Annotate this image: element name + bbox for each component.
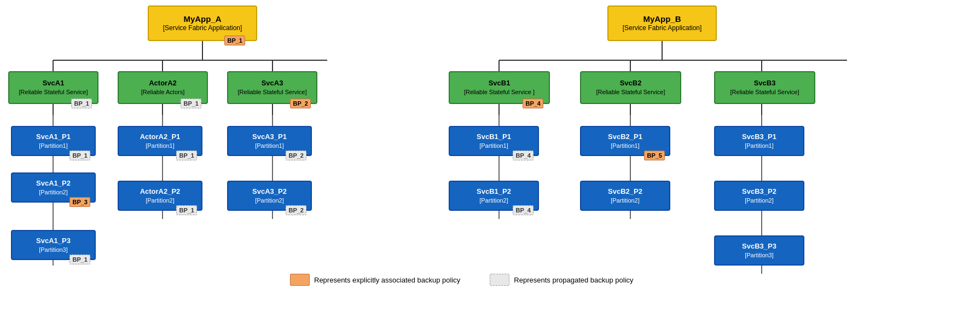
node-svcb3-p1: SvcB3_P1 [Partition1] xyxy=(714,126,804,156)
node-svca1-p3-title: SvcA1_P3 xyxy=(36,237,71,246)
badge-myapp-a-bp: BP_1 xyxy=(224,36,245,45)
node-svcb2: SvcB2 [Reliable Stateful Service] xyxy=(580,71,681,104)
node-actora2-subtitle: [Reliable Actors] xyxy=(141,88,184,96)
node-svca3: SvcA3 [Reliable Stateful Service] BP_2 xyxy=(227,71,317,104)
node-actora2: ActorA2 [Reliable Actors] BP_1 xyxy=(118,71,208,104)
connector-lines xyxy=(0,0,980,317)
badge-svcb1-bp: BP_4 xyxy=(523,99,543,108)
node-svca1-subtitle: [Reliable Stateful Service] xyxy=(19,88,88,96)
node-svcb3-subtitle: [Reliable Stateful Service] xyxy=(730,88,799,96)
badge-svcb2-p1: BP_5 xyxy=(644,151,665,160)
node-svca3-p2: SvcA3_P2 [Partition2] BP_2 xyxy=(227,181,312,211)
node-svcb2-title: SvcB2 xyxy=(620,79,642,88)
node-myapp-a-title: MyApp_A xyxy=(183,14,221,25)
badge-svcb1-p2: BP_4 xyxy=(513,205,534,215)
legend-explicit-label: Represents explicitly associated backup … xyxy=(314,276,460,284)
legend-explicit-item: Represents explicitly associated backup … xyxy=(290,274,460,286)
node-myapp-a: MyApp_A [Service Fabric Application] BP_… xyxy=(148,5,257,41)
badge-svcb1-p1: BP_4 xyxy=(513,151,534,160)
node-svca1-p2-title: SvcA1_P2 xyxy=(36,179,71,188)
legend-propagated-box xyxy=(490,274,509,286)
badge-svca1-p3: BP_1 xyxy=(69,255,90,264)
badge-svca3-p2: BP_2 xyxy=(286,205,306,215)
badge-svca1-p1: BP_1 xyxy=(69,151,90,160)
badge-svca1-bp: BP_1 xyxy=(71,99,92,108)
node-svcb3-p3: SvcB3_P3 [Partition3] xyxy=(714,235,804,266)
node-svca1-p1: SvcA1_P1 [Partition1] BP_1 xyxy=(11,126,96,156)
node-svcb2-subtitle: [Reliable Stateful Service] xyxy=(596,88,665,96)
legend-explicit-box xyxy=(290,274,310,286)
node-myapp-b-title: MyApp_B xyxy=(643,14,681,25)
node-svcb3-p2: SvcB3_P2 [Partition2] xyxy=(714,181,804,211)
node-myapp-b: MyApp_B [Service Fabric Application] xyxy=(607,5,717,41)
node-actora2-p1: ActorA2_P1 [Partition1] BP_1 xyxy=(118,126,202,156)
node-svcb1: SvcB1 [Reliable Stateful Service ] BP_4 xyxy=(449,71,550,104)
node-svcb2-p1: SvcB2_P1 [Partition1] BP_5 xyxy=(580,126,670,156)
node-svcb1-p1: SvcB1_P1 [Partition1] BP_4 xyxy=(449,126,539,156)
node-myapp-b-subtitle: [Service Fabric Application] xyxy=(623,24,702,33)
node-actora2-title: ActorA2 xyxy=(149,79,177,88)
badge-actora2-bp: BP_1 xyxy=(181,99,201,108)
node-svcb1-p2: SvcB1_P2 [Partition2] BP_4 xyxy=(449,181,539,211)
node-svca3-p1: SvcA3_P1 [Partition1] BP_2 xyxy=(227,126,312,156)
node-svcb1-subtitle: [Reliable Stateful Service ] xyxy=(464,88,535,96)
badge-svca3-p1: BP_2 xyxy=(286,151,306,160)
node-svca3-subtitle: [Reliable Stateful Service] xyxy=(238,88,307,96)
node-svca1-p3: SvcA1_P3 [Partition3] BP_1 xyxy=(11,230,96,260)
node-svca3-title: SvcA3 xyxy=(262,79,283,88)
badge-svca3-bp: BP_2 xyxy=(290,99,311,108)
badge-actora2-p1: BP_1 xyxy=(176,151,197,160)
node-svcb3-title: SvcB3 xyxy=(754,79,776,88)
legend-propagated-item: Represents propagated backup policy xyxy=(490,274,633,286)
badge-svca1-p2: BP_3 xyxy=(69,197,90,207)
node-svcb2-p2: SvcB2_P2 [Partition2] xyxy=(580,181,670,211)
legend-propagated-label: Represents propagated backup policy xyxy=(514,276,633,284)
node-svca1-p1-title: SvcA1_P1 xyxy=(36,132,71,142)
node-svca1-p2: SvcA1_P2 [Partition2] BP_3 xyxy=(11,172,96,203)
node-actora2-p2: ActorA2_P2 [Partition2] BP_1 xyxy=(118,181,202,211)
diagram: MyApp_A [Service Fabric Application] BP_… xyxy=(0,0,980,317)
node-svcb1-title: SvcB1 xyxy=(489,79,511,88)
badge-actora2-p2: BP_1 xyxy=(176,205,197,215)
node-svca1: SvcA1 [Reliable Stateful Service] BP_1 xyxy=(8,71,98,104)
node-svca1-title: SvcA1 xyxy=(43,79,65,88)
node-myapp-a-subtitle: [Service Fabric Application] xyxy=(163,24,242,33)
legend: Represents explicitly associated backup … xyxy=(290,274,634,286)
node-svcb3: SvcB3 [Reliable Stateful Service] xyxy=(714,71,815,104)
